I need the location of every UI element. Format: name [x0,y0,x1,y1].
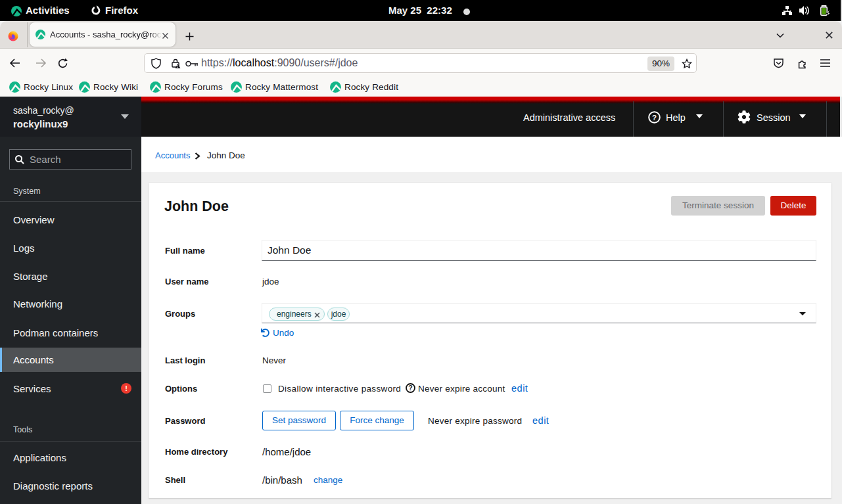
svg-text:?: ? [652,114,657,122]
svg-text:?: ? [408,384,412,392]
